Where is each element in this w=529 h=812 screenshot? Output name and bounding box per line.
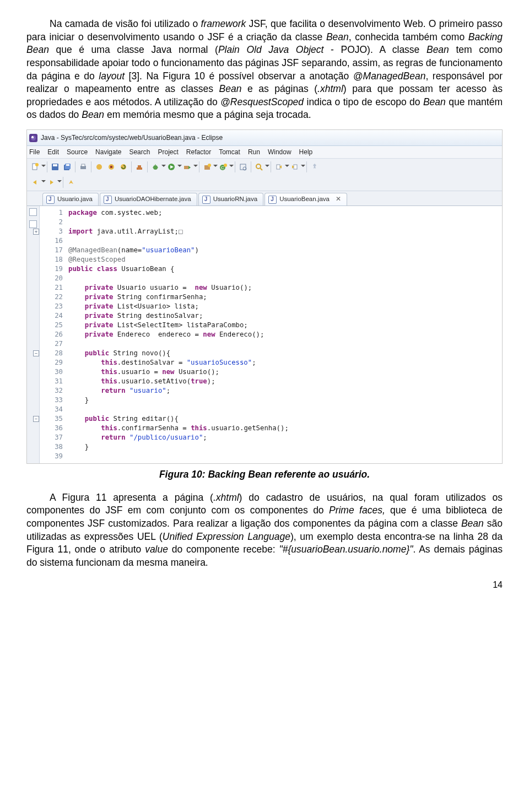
eclipse-screenshot: Java - SysTec/src/com/systec/web/Usuario… (26, 129, 503, 464)
search-icon[interactable] (253, 161, 264, 172)
svg-rect-11 (110, 166, 112, 168)
svg-rect-14 (138, 165, 141, 167)
menu-file[interactable]: File (29, 148, 40, 156)
build-icon[interactable] (134, 161, 145, 172)
svg-marker-22 (188, 166, 191, 169)
menu-run[interactable]: Run (248, 148, 260, 156)
tomcat-stop-icon[interactable] (106, 161, 117, 172)
tomcat-start-icon[interactable] (94, 161, 105, 172)
new-icon[interactable] (30, 161, 41, 172)
svg-rect-21 (184, 166, 188, 169)
eclipse-icon (29, 134, 37, 142)
menubar[interactable]: FileEditSourceNavigateSearchProjectRefac… (27, 146, 502, 159)
menu-window[interactable]: Window (268, 148, 292, 156)
menu-project[interactable]: Project (158, 148, 178, 156)
close-icon[interactable]: ✕ (336, 195, 341, 204)
dropdown-icon[interactable] (213, 161, 217, 172)
svg-point-24 (208, 164, 211, 167)
tab-usuariobean-java[interactable]: UsuarioBean.java✕ (264, 193, 347, 205)
java-file-icon (202, 196, 210, 204)
line-gutter: 12+3161718192021222324252627−28293031323… (40, 206, 66, 463)
toggle-highlight-icon[interactable] (66, 177, 77, 188)
menu-edit[interactable]: Edit (47, 148, 59, 156)
editor-tabs[interactable]: Usuario.javaUsuarioDAOHibernate.javaUsua… (27, 191, 502, 206)
toolbar[interactable]: C (27, 159, 502, 191)
menu-navigate[interactable]: Navigate (95, 148, 121, 156)
menu-tomcat[interactable]: Tomcat (219, 148, 240, 156)
save-icon[interactable] (50, 161, 61, 172)
debug-icon[interactable] (150, 161, 161, 172)
svg-text:C: C (221, 165, 224, 170)
restore-icon[interactable] (29, 208, 37, 216)
tab-usuariodaohibernate-java[interactable]: UsuarioDAOHibernate.java (100, 193, 197, 205)
new-class-icon[interactable]: C (218, 161, 229, 172)
annotation-prev-icon[interactable] (273, 161, 284, 172)
dropdown-icon[interactable] (229, 161, 233, 172)
dropdown-icon[interactable] (265, 161, 269, 172)
svg-point-30 (256, 164, 261, 169)
forward-icon[interactable] (46, 177, 57, 188)
svg-rect-13 (137, 167, 142, 170)
paragraph-2: A Figura 11 apresenta a página (.xhtml) … (26, 491, 503, 570)
page-number: 14 (26, 579, 503, 591)
annotation-next-icon[interactable] (289, 161, 300, 172)
code-area[interactable]: package com.systec.web; import java.util… (66, 206, 502, 463)
menu-source[interactable]: Source (67, 148, 88, 156)
dropdown-icon[interactable] (41, 177, 45, 188)
paragraph-1: Na camada de visão foi utilizado o frame… (26, 18, 503, 122)
tomcat-restart-icon[interactable] (118, 161, 129, 172)
svg-line-31 (260, 168, 262, 170)
figure-caption: Figura 10: Backing Bean referente ao usu… (26, 468, 503, 481)
tab-usuariorn-java[interactable]: UsuarioRN.java (198, 193, 264, 205)
svg-point-15 (153, 165, 158, 170)
pin-icon[interactable] (309, 161, 320, 172)
svg-rect-8 (82, 164, 85, 166)
left-rail[interactable] (27, 206, 40, 463)
outline-icon[interactable] (29, 220, 37, 228)
dropdown-icon[interactable] (177, 161, 181, 172)
dropdown-icon[interactable] (57, 177, 61, 188)
print-icon[interactable] (78, 161, 89, 172)
svg-rect-3 (53, 164, 57, 166)
menu-help[interactable]: Help (299, 148, 313, 156)
java-file-icon (104, 196, 112, 204)
run-last-icon[interactable] (182, 161, 193, 172)
svg-point-9 (96, 164, 102, 170)
run-icon[interactable] (166, 161, 177, 172)
java-file-icon (268, 196, 277, 204)
svg-rect-6 (66, 164, 69, 166)
svg-point-1 (35, 163, 39, 166)
svg-point-27 (224, 164, 227, 167)
menu-search[interactable]: Search (129, 148, 150, 156)
dropdown-icon[interactable] (41, 161, 45, 172)
svg-marker-36 (33, 180, 36, 185)
tab-usuario-java[interactable]: Usuario.java (42, 193, 99, 205)
dropdown-icon[interactable] (193, 161, 197, 172)
window-title: Java - SysTec/src/com/systec/web/Usuario… (41, 133, 223, 142)
window-titlebar: Java - SysTec/src/com/systec/web/Usuario… (27, 130, 502, 146)
menu-refactor[interactable]: Refactor (186, 148, 211, 156)
code-editor[interactable]: 12+3161718192021222324252627−28293031323… (40, 206, 502, 463)
back-icon[interactable] (30, 177, 41, 188)
svg-marker-37 (50, 180, 53, 185)
dropdown-icon[interactable] (161, 161, 165, 172)
new-package-icon[interactable] (202, 161, 213, 172)
save-all-icon[interactable] (62, 161, 73, 172)
dropdown-icon[interactable] (285, 161, 289, 172)
open-type-icon[interactable] (237, 161, 249, 172)
java-file-icon (46, 196, 55, 204)
dropdown-icon[interactable] (301, 161, 305, 172)
